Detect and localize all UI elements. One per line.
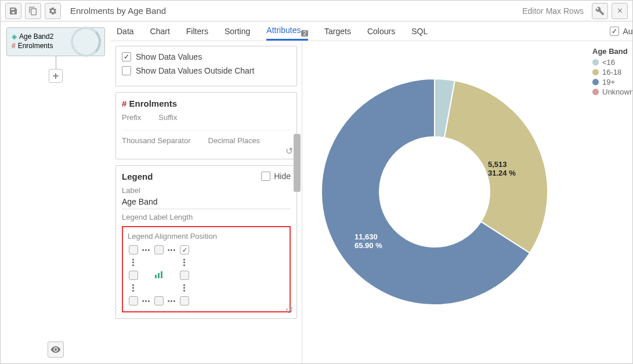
settings-button[interactable] <box>45 3 61 19</box>
query-field-dimension: Age Band2 <box>19 32 53 41</box>
donut-chart: 5,513 31.24 % 11,630 65.90 % <box>308 47 587 325</box>
tab-data[interactable]: Data <box>117 23 134 39</box>
save-button[interactable] <box>5 3 21 19</box>
auto-toggle[interactable]: Auto <box>610 27 632 36</box>
svg-rect-0 <box>155 275 157 278</box>
tab-sql[interactable]: SQL <box>411 23 428 39</box>
decimal-label[interactable]: Decimal Places <box>208 136 261 145</box>
hash-icon: # <box>12 42 16 50</box>
editor-max-rows-label[interactable]: Editor Max Rows <box>522 6 584 16</box>
legend-align-group: Legend Alignment Position •••••• •••••• … <box>122 226 291 312</box>
chart-area: 5,513 31.24 % 11,630 65.90 % Age Band <1… <box>302 41 632 363</box>
show-values-card: Show Data Values Show Data Values Outsid… <box>115 46 297 86</box>
tab-chart[interactable]: Chart <box>150 23 170 39</box>
wrench-button[interactable] <box>592 3 608 19</box>
scrollbar-thumb[interactable] <box>294 134 301 192</box>
tab-attributes[interactable]: Attributes2 <box>266 22 308 40</box>
show-outside-checkbox[interactable] <box>122 66 131 75</box>
align-tr[interactable] <box>180 245 189 254</box>
query-rail: ◈Age Band2 #Enrolments + <box>1 21 111 363</box>
preview-button[interactable] <box>48 341 64 358</box>
cube-icon: ◈ <box>12 32 17 41</box>
close-button[interactable]: ✕ <box>612 3 628 19</box>
legend-swatch <box>592 59 599 65</box>
legend-item[interactable]: 19+ <box>592 78 632 86</box>
add-node-button[interactable]: + <box>49 69 63 83</box>
tab-targets[interactable]: Targets <box>324 23 351 39</box>
legend-label-input[interactable]: Age Band <box>122 195 291 209</box>
reset-icon[interactable]: ↺ <box>285 145 293 156</box>
legend-item[interactable]: Unknown <box>592 88 632 96</box>
tab-colours[interactable]: Colours <box>367 23 395 39</box>
legend-item[interactable]: 16-18 <box>592 68 632 77</box>
align-bl[interactable] <box>129 296 138 305</box>
align-bc[interactable] <box>154 296 164 305</box>
svg-rect-2 <box>161 271 162 278</box>
reset-icon[interactable]: ↺ <box>285 305 293 316</box>
suffix-label[interactable]: Suffix <box>158 113 177 122</box>
hash-icon: # <box>122 99 129 108</box>
legend-card: Hide Legend Label Age Band Legend Label … <box>115 165 297 319</box>
legend-label-caption: Label <box>122 186 291 195</box>
align-ml[interactable] <box>129 271 138 280</box>
align-br[interactable] <box>180 296 189 305</box>
hide-legend-checkbox[interactable] <box>261 172 270 181</box>
series-card: # Enrolments PrefixSuffix Thousand Separ… <box>115 92 297 159</box>
prefix-label[interactable]: Prefix <box>122 113 141 122</box>
connector-line <box>56 56 56 69</box>
tab-bar: Data Chart Filters Sorting Attributes2 T… <box>111 21 632 41</box>
align-tc[interactable] <box>154 245 164 254</box>
attributes-badge: 2 <box>301 30 308 37</box>
show-data-values-checkbox[interactable] <box>122 52 131 61</box>
attributes-panel: Show Data Values Show Data Values Outsid… <box>111 41 302 363</box>
query-field-measure: Enrolments <box>18 42 53 50</box>
chart-legend: Age Band <1616-1819+Unknown <box>592 47 632 97</box>
legend-length-label[interactable]: Legend Label Length <box>122 213 291 221</box>
query-node[interactable]: ◈Age Band2 #Enrolments <box>6 27 105 56</box>
chart-icon <box>154 271 164 280</box>
slice-label-19plus: 11,630 65.90 % <box>355 232 382 250</box>
slice-label-1618: 5,513 31.24 % <box>488 160 516 177</box>
copy-button[interactable] <box>25 3 41 19</box>
align-mr[interactable] <box>180 271 189 280</box>
legend-swatch <box>592 79 599 85</box>
thousand-label[interactable]: Thousand Separator <box>122 136 191 145</box>
svg-rect-1 <box>158 273 160 278</box>
auto-checkbox[interactable] <box>610 27 619 36</box>
page-title: Enrolments by Age Band <box>64 6 519 16</box>
top-toolbar: Enrolments by Age Band Editor Max Rows ✕ <box>1 1 632 21</box>
align-tl[interactable] <box>129 245 138 254</box>
tab-filters[interactable]: Filters <box>186 23 208 39</box>
legend-swatch <box>592 69 599 75</box>
legend-swatch <box>592 89 599 95</box>
tab-sorting[interactable]: Sorting <box>225 23 250 39</box>
legend-item[interactable]: <16 <box>592 58 632 67</box>
